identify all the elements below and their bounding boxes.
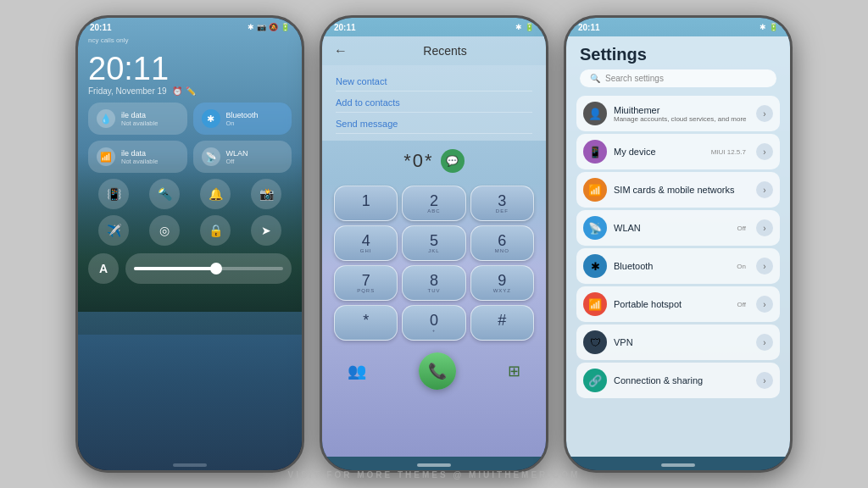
dial-num-7: 7 — [338, 273, 393, 288]
dial-num-9: 9 — [475, 273, 530, 288]
flashlight-btn[interactable]: 🔦 — [149, 179, 180, 209]
dialer-content: ← Recents New contact Add to contacts Se… — [322, 36, 546, 457]
brightness-thumb — [210, 263, 222, 274]
account-icon: 👤 — [583, 102, 607, 125]
dial-letters-4: GHI — [338, 248, 393, 253]
settings-item-bluetooth[interactable]: ✱ Bluetooth On › — [576, 248, 780, 284]
wlan-sub: Off — [226, 158, 284, 165]
dial-num-8: 8 — [406, 273, 461, 288]
dialer-sms-btn[interactable]: 💬 — [441, 149, 465, 173]
mydevice-label: My device — [614, 147, 704, 157]
icon-row-2: ✈️ ◎ 🔒 ➤ — [88, 215, 292, 246]
dial-key-3[interactable]: 3 DEF — [470, 186, 534, 221]
settings-item-sim[interactable]: 📶 SIM cards & mobile networks › — [576, 172, 780, 208]
status-bar-3: 20:11 ✱ 🔋 — [566, 18, 790, 36]
dial-key-star[interactable]: * — [334, 305, 398, 341]
missed-calls-label: ncy calls only — [88, 36, 292, 44]
new-contact-action[interactable]: New contact — [336, 72, 532, 92]
home-indicator-3[interactable] — [661, 463, 695, 467]
dial-key-0[interactable]: 0 + — [402, 305, 465, 341]
vpn-text: VPN — [614, 337, 749, 347]
send-message-action[interactable]: Send message — [336, 114, 532, 134]
dial-letters-9: WXYZ — [475, 288, 530, 293]
dial-letters-2: ABC — [406, 208, 461, 214]
dial-num-2: 2 — [406, 193, 461, 208]
dialer-actions: New contact Add to contacts Send message — [322, 65, 546, 141]
hotspot-text: Portable hotspot — [614, 299, 730, 309]
wlan-settings-icon: 📡 — [583, 216, 607, 240]
bottom-controls: A — [88, 253, 292, 284]
phone-1: 20:11 ✱ 📷 🔕 🔋 ncy calls only 20:11 Frida… — [75, 15, 304, 473]
bluetooth-tile[interactable]: ✱ Bluetooth On — [193, 103, 292, 135]
sim-label: SIM cards & mobile networks — [614, 185, 749, 195]
location-btn[interactable]: ➤ — [251, 215, 281, 246]
nfc-btn[interactable]: ◎ — [149, 215, 180, 246]
mobile-data-text: ile data Not available — [121, 111, 179, 127]
call-btn[interactable]: 📞 — [419, 352, 456, 390]
dial-key-6[interactable]: 6 MNO — [470, 225, 534, 261]
mobile-data-tile[interactable]: 💧 ile data Not available — [88, 103, 187, 135]
dial-key-4[interactable]: 4 GHI — [334, 225, 398, 261]
dial-key-7[interactable]: 7 PQRS — [334, 265, 398, 301]
dial-key-9[interactable]: 9 WXYZ — [470, 265, 534, 301]
settings-item-connection[interactable]: 🔗 Connection & sharing › — [576, 363, 780, 398]
dial-num-0: 0 — [406, 313, 461, 328]
clock-time: 20:11 — [88, 53, 292, 85]
bluetooth-settings-icon: ✱ — [583, 254, 607, 278]
lock-btn[interactable]: 🔒 — [200, 215, 231, 246]
add-to-contacts-action[interactable]: Add to contacts — [336, 93, 532, 113]
settings-list: 👤 Miuithemer Manage accounts, cloud serv… — [566, 92, 790, 457]
phone-3: 20:11 ✱ 🔋 Settings 🔍 Search settings 👤 — [564, 15, 793, 473]
battery-icon-2: 🔋 — [525, 23, 534, 31]
dialer-back-btn[interactable]: ← — [334, 43, 348, 58]
dial-num-hash: # — [475, 313, 530, 328]
sim-icon: 📶 — [583, 178, 607, 202]
settings-search-bar[interactable]: 🔍 Search settings — [580, 69, 776, 87]
airplane-btn[interactable]: ✈️ — [98, 215, 129, 246]
phone3-screen: 20:11 ✱ 🔋 Settings 🔍 Search settings 👤 — [566, 18, 790, 470]
brightness-track — [134, 267, 283, 270]
status-bar-1: 20:11 ✱ 📷 🔕 🔋 — [78, 18, 302, 36]
status-time-3: 20:11 — [578, 23, 600, 32]
battery-icon: 🔋 — [281, 23, 290, 31]
phone2-screen: 20:11 ✱ 🔋 ← Recents New contact Add to c… — [322, 18, 546, 470]
dnd-icon: 🔕 — [269, 23, 278, 31]
status-time-1: 20:11 — [90, 23, 112, 32]
bell-btn[interactable]: 🔔 — [200, 179, 231, 209]
grid-btn[interactable]: ⊞ — [508, 362, 520, 380]
dial-key-8[interactable]: 8 TUV — [402, 265, 465, 301]
settings-item-account[interactable]: 👤 Miuithemer Manage accounts, cloud serv… — [576, 96, 780, 131]
screenshot-btn[interactable]: 📸 — [251, 179, 281, 209]
bt-icon-2: ✱ — [515, 23, 522, 31]
dialer-title: Recents — [356, 44, 534, 58]
settings-item-mydevice[interactable]: 📱 My device MIUI 12.5.7 › — [576, 134, 780, 169]
status-icons-2: ✱ 🔋 — [515, 23, 534, 31]
settings-item-vpn[interactable]: 🛡 VPN › — [576, 324, 780, 360]
mobile-data2-text: ile data Not available — [121, 149, 179, 165]
mobile-data-sub: Not available — [121, 119, 179, 127]
bluetooth-sub: On — [226, 119, 284, 127]
dial-key-2[interactable]: 2 ABC — [402, 186, 465, 221]
text-size-btn[interactable]: A — [88, 253, 119, 284]
dialer-display: *0* 💬 — [322, 141, 546, 181]
dial-key-5[interactable]: 5 JKL — [402, 225, 465, 261]
contacts-btn[interactable]: 👥 — [348, 362, 366, 380]
bluetooth-text: Bluetooth On — [226, 111, 284, 127]
dial-key-hash[interactable]: # — [470, 305, 534, 341]
mobile-data2-tile[interactable]: 📶 ile data Not available — [88, 141, 187, 173]
connection-label: Connection & sharing — [614, 375, 749, 385]
vibrate-btn[interactable]: 📳 — [98, 179, 129, 209]
status-time-2: 20:11 — [334, 23, 356, 32]
wlan-text: WLAN Off — [226, 149, 284, 165]
settings-item-hotspot[interactable]: 📶 Portable hotspot Off › — [576, 286, 780, 322]
vpn-icon: 🛡 — [583, 330, 607, 354]
home-indicator-2[interactable] — [417, 463, 451, 467]
dial-key-1[interactable]: 1 — [334, 186, 398, 221]
wlan-tile[interactable]: 📡 WLAN Off — [193, 141, 292, 173]
hotspot-arrow: › — [756, 296, 773, 313]
dialer-bottom-bar: 👥 📞 ⊞ — [322, 347, 546, 396]
settings-item-wlan[interactable]: 📡 WLAN Off › — [576, 210, 780, 246]
brightness-slider[interactable] — [125, 253, 292, 284]
bluetooth-label: Bluetooth — [226, 111, 284, 119]
hotspot-status: Off — [737, 301, 746, 308]
